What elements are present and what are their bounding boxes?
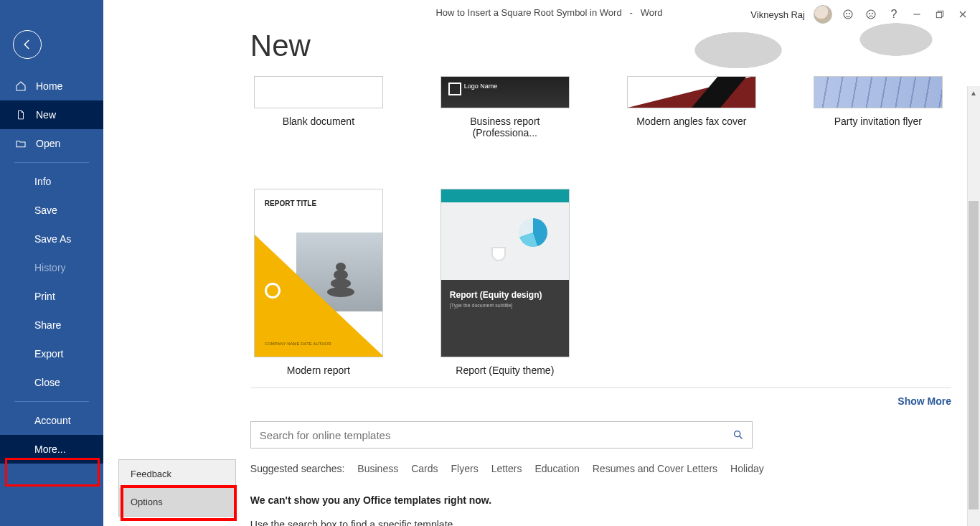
suggested-link[interactable]: Flyers — [451, 463, 479, 474]
template-blank-document[interactable]: Blank document — [250, 76, 387, 138]
suggested-link[interactable]: Business — [357, 463, 398, 474]
suggested-link[interactable]: Holiday — [730, 463, 764, 474]
template-thumb — [440, 76, 570, 108]
folder-open-icon — [14, 138, 27, 149]
template-label: Business report (Professiona... — [437, 116, 573, 138]
template-label: Modern angles fax cover — [636, 116, 746, 127]
scrollbar-thumb[interactable] — [969, 201, 979, 509]
template-gallery: Blank document Business report (Professi… — [250, 76, 951, 376]
template-thumb: Report (Equity design) [Type the documen… — [440, 189, 570, 357]
thumb-title: REPORT TITLE — [265, 199, 316, 207]
page-title: New — [250, 29, 951, 63]
search-input[interactable] — [251, 422, 725, 448]
template-report-equity[interactable]: Report (Equity design) [Type the documen… — [437, 189, 573, 376]
sidebar-item-new[interactable]: New — [0, 100, 103, 129]
sidebar-label-home: Home — [36, 80, 62, 92]
use-search-msg: Use the search box to find a specific te… — [250, 519, 951, 526]
more-menu-options[interactable]: Options — [119, 488, 235, 516]
template-thumb — [814, 76, 943, 108]
thumb-title: Report (Equity design) — [450, 290, 560, 300]
sidebar-item-account[interactable]: Account — [0, 406, 103, 435]
sidebar-label-new: New — [36, 109, 56, 121]
sidebar-item-print[interactable]: Print — [0, 282, 103, 311]
back-button[interactable] — [13, 30, 42, 59]
more-popout-menu: Feedback Options — [118, 459, 236, 517]
backstage-main: New Blank document Business report (Prof… — [222, 0, 980, 526]
template-thumb — [627, 76, 756, 108]
thumb-sub: [Type the document subtitle] — [450, 303, 560, 308]
template-thumb — [254, 76, 383, 108]
sidebar-item-close[interactable]: Close — [0, 368, 103, 397]
suggested-label: Suggested searches: — [250, 463, 345, 474]
suggested-link[interactable]: Resumes and Cover Letters — [593, 463, 717, 474]
template-modern-report[interactable]: REPORT TITLE COMPANY NAME DATE AUTHOR Mo… — [250, 189, 387, 376]
backstage-sidebar: Home New Open Info Save Save As History … — [0, 0, 103, 526]
show-more-link[interactable]: Show More — [250, 395, 951, 407]
template-label: Blank document — [283, 116, 354, 127]
sidebar-label-open: Open — [36, 138, 60, 149]
more-menu-feedback[interactable]: Feedback — [119, 460, 235, 488]
sidebar-item-home[interactable]: Home — [0, 72, 103, 100]
sidebar-item-more[interactable]: More... — [0, 435, 103, 464]
sidebar-item-history: History — [0, 253, 103, 282]
scroll-up-arrow[interactable]: ▲ — [967, 86, 980, 99]
template-label: Report (Equity theme) — [456, 365, 554, 376]
sidebar-divider — [14, 401, 89, 402]
template-business-report[interactable]: Business report (Professiona... — [437, 76, 573, 138]
template-label: Party invitation flyer — [834, 116, 922, 127]
document-icon — [14, 109, 27, 121]
cant-show-templates-msg: We can't show you any Office templates r… — [250, 494, 951, 506]
svg-point-8 — [734, 431, 740, 437]
sidebar-item-save[interactable]: Save — [0, 196, 103, 225]
template-thumb: REPORT TITLE COMPANY NAME DATE AUTHOR — [254, 189, 383, 357]
suggested-link[interactable]: Cards — [411, 463, 438, 474]
suggested-link[interactable]: Education — [534, 463, 579, 474]
sidebar-item-save-as[interactable]: Save As — [0, 225, 103, 253]
home-icon — [14, 80, 27, 92]
sidebar-divider — [14, 162, 89, 163]
sidebar-item-export[interactable]: Export — [0, 339, 103, 368]
template-modern-angles-fax[interactable]: Modern angles fax cover — [623, 76, 760, 138]
thumb-sub: COMPANY NAME DATE AUTHOR — [265, 341, 331, 347]
sidebar-item-info[interactable]: Info — [0, 167, 103, 196]
template-label: Modern report — [287, 365, 350, 376]
suggested-link[interactable]: Letters — [491, 463, 522, 474]
template-party-invitation[interactable]: Party invitation flyer — [810, 76, 946, 138]
horizontal-rule — [250, 388, 951, 388]
sidebar-item-open[interactable]: Open — [0, 129, 103, 158]
sidebar-item-share[interactable]: Share — [0, 311, 103, 339]
template-search — [250, 421, 753, 448]
suggested-searches: Suggested searches: Business Cards Flyer… — [250, 463, 951, 474]
search-button[interactable] — [725, 422, 752, 448]
